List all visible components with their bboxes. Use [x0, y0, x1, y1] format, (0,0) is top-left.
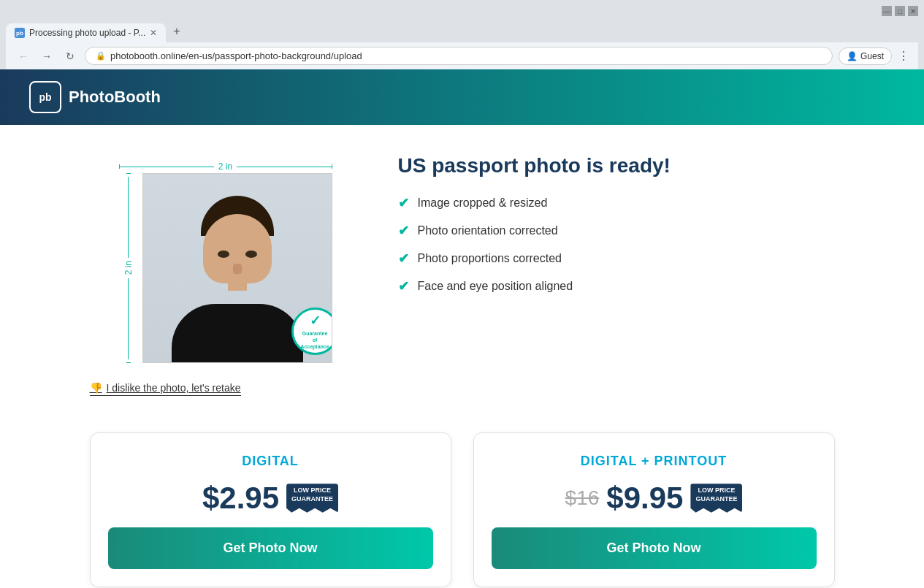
person-neck [228, 276, 247, 291]
main-content: 2 in 2 in [61, 125, 864, 418]
guarantee-line3: Acceptance [300, 343, 329, 350]
active-tab[interactable]: pb Processing photo upload - P... ✕ [6, 23, 166, 42]
person-body [172, 304, 303, 362]
app-wrapper: pb PhotoBooth 2 in [0, 69, 924, 588]
reload-button[interactable]: ↻ [61, 47, 79, 65]
height-label: 2 in [119, 261, 138, 275]
check-icon-1: ✔ [398, 195, 409, 211]
feature-list: ✔ Image cropped & resized ✔ Photo orient… [398, 195, 835, 294]
bracket-line-left [120, 167, 214, 167]
width-label: 2 in [214, 161, 237, 172]
price-old-printout: $16 [565, 486, 600, 510]
app-header: pb PhotoBooth [0, 69, 924, 125]
logo-wrapper: pb PhotoBooth [29, 81, 161, 113]
lock-icon: 🔒 [96, 51, 106, 61]
dim-line-vertical-2 [128, 278, 129, 359]
tab-favicon: pb [15, 28, 25, 38]
bracket-tick-top [126, 173, 131, 174]
feature-text-3: Photo proportions corrected [418, 252, 562, 265]
bracket-tick-bottom [126, 362, 131, 363]
check-icon-2: ✔ [398, 223, 409, 239]
pricing-amount-digital: $2.95 LOW PRICE GUARANTEE [202, 481, 338, 516]
feature-item-2: ✔ Photo orientation corrected [398, 223, 835, 239]
close-button[interactable]: ✕ [908, 6, 918, 16]
person-head [197, 196, 278, 291]
bracket-tick-right [332, 164, 332, 169]
feature-text-1: Image cropped & resized [418, 196, 548, 210]
feature-text-2: Photo orientation corrected [418, 224, 558, 237]
feature-item-3: ✔ Photo proportions corrected [398, 251, 835, 267]
browser-chrome: — □ ✕ pb Processing photo upload - P... … [0, 0, 924, 69]
photo-section: 2 in 2 in [90, 147, 354, 396]
right-eye [245, 251, 257, 258]
logo-icon: pb [29, 81, 61, 113]
left-eye [218, 251, 229, 258]
pricing-type-printout: DIGITAL + PRINTOUT [581, 454, 728, 469]
get-photo-button-digital[interactable]: Get Photo Now [108, 527, 433, 569]
low-price-badge-printout: LOW PRICE GUARANTEE [690, 484, 742, 512]
photo-frame-container: 2 in 2 in [90, 147, 354, 370]
bracket-line-right [237, 167, 331, 167]
tab-title: Processing photo upload - P... [29, 28, 145, 38]
photo-row: 2 in [119, 173, 332, 363]
guarantee-line2: of [313, 337, 318, 343]
feature-item-1: ✔ Image cropped & resized [398, 195, 835, 211]
guarantee-check-icon: ✓ [310, 313, 321, 329]
ready-title: US passport photo is ready! [398, 154, 835, 177]
brand-name: PhotoBooth [69, 88, 161, 107]
price-printout: $9.95 [606, 481, 683, 516]
check-icon-3: ✔ [398, 251, 409, 267]
get-photo-button-printout[interactable]: Get Photo Now [492, 527, 817, 569]
back-button[interactable]: ← [15, 47, 32, 65]
browser-titlebar: — □ ✕ [6, 6, 918, 16]
price-digital: $2.95 [202, 481, 279, 516]
info-section: US passport photo is ready! ✔ Image crop… [398, 147, 835, 294]
guest-label: Guest [860, 51, 884, 61]
left-dimension: 2 in [119, 173, 138, 363]
dim-line-vertical [128, 177, 129, 258]
retake-text: I dislike the photo, let's retake [107, 382, 241, 394]
check-icon-4: ✔ [398, 278, 409, 294]
new-tab-button[interactable]: + [166, 20, 187, 42]
person-face [203, 214, 272, 283]
profile-button[interactable]: 👤 Guest [839, 47, 892, 65]
pricing-card-printout: DIGITAL + PRINTOUT $16 $9.95 LOW PRICE G… [473, 432, 835, 587]
feature-item-4: ✔ Face and eye position aligned [398, 278, 835, 294]
browser-menu-button[interactable]: ⋮ [898, 49, 909, 63]
pricing-type-digital: DIGITAL [242, 454, 299, 469]
tab-bar: pb Processing photo upload - P... ✕ + [6, 20, 918, 42]
passport-photo: ✓ Guarantee of Acceptance [142, 173, 332, 363]
profile-icon: 👤 [847, 51, 858, 61]
guarantee-line1: Guarantee [302, 330, 328, 337]
low-price-badge-digital: LOW PRICE GUARANTEE [286, 484, 338, 512]
thumbs-down-icon: 👎 [90, 382, 102, 394]
url-text: photobooth.online/en-us/passport-photo-b… [110, 50, 362, 61]
maximize-button[interactable]: □ [895, 6, 905, 16]
address-bar-row: ← → ↻ 🔒 photobooth.online/en-us/passport… [6, 42, 918, 69]
person-eyes [218, 251, 257, 258]
tab-close-icon[interactable]: ✕ [150, 28, 157, 38]
pricing-section: DIGITAL $2.95 LOW PRICE GUARANTEE Get Ph… [61, 418, 864, 588]
pricing-amount-printout: $16 $9.95 LOW PRICE GUARANTEE [565, 481, 743, 516]
pricing-card-digital: DIGITAL $2.95 LOW PRICE GUARANTEE Get Ph… [90, 432, 451, 587]
address-bar[interactable]: 🔒 photobooth.online/en-us/passport-photo… [85, 47, 833, 65]
retake-link[interactable]: 👎 I dislike the photo, let's retake [90, 382, 241, 396]
feature-text-4: Face and eye position aligned [418, 280, 573, 293]
minimize-button[interactable]: — [882, 6, 892, 16]
forward-button[interactable]: → [38, 47, 56, 65]
top-dimension: 2 in [119, 161, 332, 172]
person-nose [233, 264, 242, 274]
